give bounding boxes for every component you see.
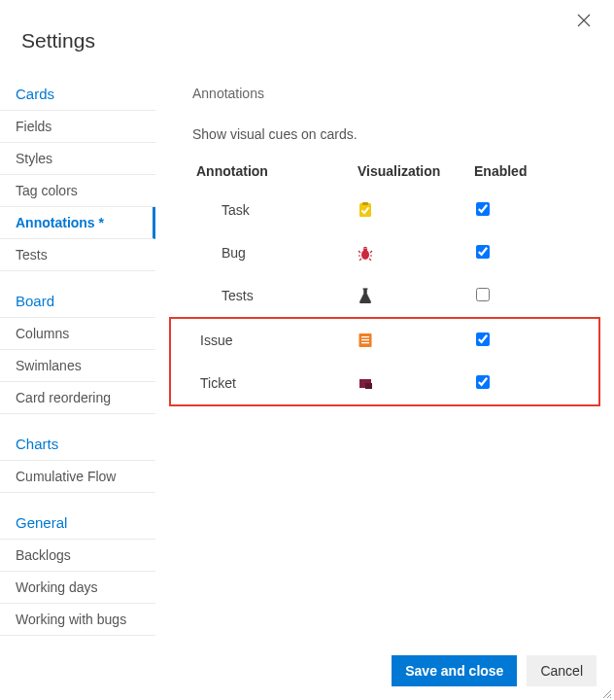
annotation-row-ticket: Ticket — [192, 362, 593, 404]
flask-icon — [358, 288, 474, 303]
column-annotation: Annotation — [192, 163, 358, 179]
resize-handle[interactable] — [600, 686, 612, 698]
svg-line-13 — [369, 259, 371, 261]
svg-rect-18 — [361, 342, 369, 343]
bug-icon — [358, 245, 474, 261]
sidebar-item-working-with-bugs[interactable]: Working with bugs — [0, 604, 155, 636]
sidebar-section-charts: Charts — [0, 428, 155, 461]
list-icon — [358, 332, 474, 348]
svg-rect-16 — [361, 336, 369, 337]
dialog-footer: Save and close Cancel — [392, 655, 597, 686]
svg-rect-2 — [359, 203, 371, 217]
highlighted-rows: IssueTicket — [169, 317, 600, 406]
close-button[interactable] — [577, 14, 591, 30]
settings-sidebar: CardsFieldsStylesTag colorsAnnotations *… — [0, 78, 155, 649]
sidebar-item-tag-colors[interactable]: Tag colors — [0, 175, 155, 207]
svg-rect-20 — [365, 383, 372, 389]
annotation-name: Ticket — [192, 375, 358, 391]
svg-rect-3 — [362, 202, 368, 205]
sidebar-item-tests[interactable]: Tests — [0, 239, 155, 271]
enabled-checkbox-task[interactable] — [476, 202, 490, 216]
annotation-row-issue: Issue — [192, 319, 593, 362]
svg-line-9 — [370, 251, 372, 253]
save-and-close-button[interactable]: Save and close — [392, 655, 517, 686]
svg-point-4 — [361, 250, 369, 260]
ticket-icon — [358, 375, 474, 391]
sidebar-item-cumulative-flow[interactable]: Cumulative Flow — [0, 461, 155, 493]
enabled-checkbox-bug[interactable] — [476, 245, 490, 259]
sidebar-section-cards: Cards — [0, 78, 155, 111]
enabled-checkbox-tests[interactable] — [476, 288, 490, 301]
annotation-name: Bug — [192, 245, 358, 261]
sidebar-section-general: General — [0, 507, 155, 540]
task-icon — [358, 202, 474, 218]
sidebar-section-board: Board — [0, 285, 155, 318]
annotations-rows: TaskBugTestsIssueTicket — [192, 189, 595, 406]
svg-rect-17 — [361, 339, 369, 340]
svg-point-6 — [363, 248, 364, 249]
column-visualization: Visualization — [358, 163, 474, 179]
cancel-button[interactable]: Cancel — [527, 655, 597, 686]
sidebar-item-styles[interactable]: Styles — [0, 143, 155, 175]
panel-heading: Annotations — [192, 86, 595, 101]
enabled-checkbox-issue[interactable] — [476, 332, 490, 346]
table-header: Annotation Visualization Enabled — [192, 159, 595, 189]
annotation-row-tests: Tests — [192, 274, 595, 317]
close-icon — [577, 15, 591, 30]
annotation-name: Issue — [192, 332, 358, 348]
sidebar-item-working-days[interactable]: Working days — [0, 572, 155, 604]
svg-line-23 — [610, 697, 611, 698]
column-enabled: Enabled — [474, 163, 552, 179]
svg-line-8 — [358, 251, 360, 253]
annotation-row-bug: Bug — [192, 231, 595, 274]
svg-line-21 — [603, 690, 611, 698]
sidebar-item-backlogs[interactable]: Backlogs — [0, 540, 155, 572]
page-title: Settings — [0, 0, 614, 78]
sidebar-item-columns[interactable]: Columns — [0, 318, 155, 350]
annotation-row-task: Task — [192, 189, 595, 231]
enabled-checkbox-ticket[interactable] — [476, 375, 490, 389]
svg-rect-14 — [363, 289, 368, 290]
svg-line-12 — [359, 259, 361, 261]
sidebar-item-annotations[interactable]: Annotations * — [0, 207, 155, 239]
annotation-name: Tests — [192, 288, 358, 303]
svg-point-7 — [365, 248, 366, 249]
sidebar-item-card-reordering[interactable]: Card reordering — [0, 382, 155, 414]
panel-description: Show visual cues on cards. — [192, 126, 595, 142]
svg-point-5 — [363, 247, 367, 251]
annotation-name: Task — [192, 202, 358, 218]
sidebar-item-swimlanes[interactable]: Swimlanes — [0, 350, 155, 382]
sidebar-item-fields[interactable]: Fields — [0, 111, 155, 143]
annotations-panel: Annotations Show visual cues on cards. A… — [155, 78, 614, 649]
